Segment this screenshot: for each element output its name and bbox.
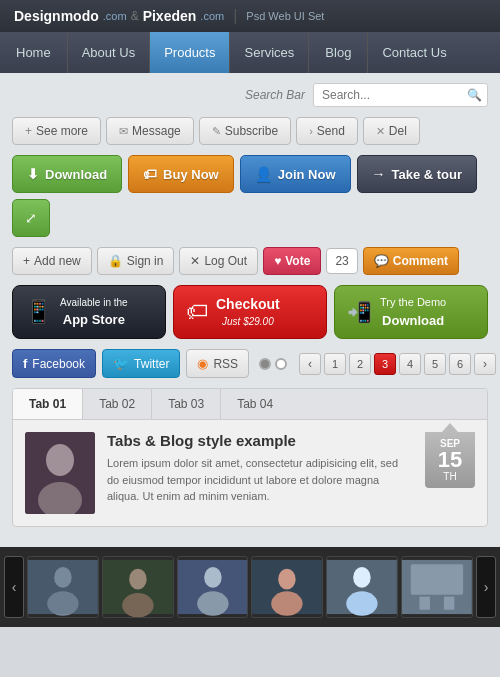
prev-page-button[interactable]: ‹ bbox=[299, 353, 321, 375]
thumbnail-strip: ‹ bbox=[0, 547, 500, 627]
search-input[interactable] bbox=[322, 88, 467, 102]
search-box[interactable]: 🔍 bbox=[313, 83, 488, 107]
svg-point-14 bbox=[279, 569, 296, 590]
thumb-2[interactable] bbox=[102, 556, 174, 618]
tab-1[interactable]: Tab 01 bbox=[13, 389, 83, 419]
log-out-button[interactable]: ✕ Log Out bbox=[179, 247, 258, 275]
radio-group bbox=[259, 358, 287, 370]
header: Designmodo .com & Pixeden .com | Psd Web… bbox=[0, 0, 500, 32]
join-icon: 👤 bbox=[255, 166, 272, 182]
thumb-3[interactable] bbox=[177, 556, 249, 618]
app-store-text: Available in theApp Store bbox=[60, 295, 128, 330]
subscribe-button[interactable]: ✎ Subscribe bbox=[199, 117, 291, 145]
radio-1[interactable] bbox=[259, 358, 271, 370]
thumb-6[interactable] bbox=[401, 556, 473, 618]
svg-rect-6 bbox=[28, 560, 98, 614]
svg-point-1 bbox=[46, 444, 74, 476]
svg-point-12 bbox=[197, 591, 228, 615]
tab-day: 15 bbox=[433, 449, 467, 471]
search-icon: 🔍 bbox=[467, 88, 482, 102]
page-5-button[interactable]: 5 bbox=[424, 353, 446, 375]
comment-button[interactable]: 💬 Comment bbox=[363, 247, 459, 275]
header-subtitle: Psd Web UI Set bbox=[246, 10, 324, 22]
tab-2[interactable]: Tab 02 bbox=[83, 389, 152, 419]
next-page-button[interactable]: › bbox=[474, 353, 496, 375]
nav-item-products[interactable]: Products bbox=[150, 32, 230, 73]
big-button-row: ⬇ Download 🏷 Buy Now 👤 Join Now → Take &… bbox=[12, 155, 488, 237]
nav-bar: Home About Us Products Services Blog Con… bbox=[0, 32, 500, 73]
facebook-icon: f bbox=[23, 356, 27, 371]
header-divider: | bbox=[233, 7, 237, 25]
download-button[interactable]: ⬇ Download bbox=[12, 155, 122, 193]
search-label: Search Bar bbox=[245, 88, 305, 102]
checkout-button[interactable]: 🏷 CheckoutJust $29.00 bbox=[173, 285, 327, 339]
take-tour-button[interactable]: → Take & tour bbox=[357, 155, 478, 193]
tab-4[interactable]: Tab 04 bbox=[221, 389, 289, 419]
thumb-next-button[interactable]: › bbox=[476, 556, 496, 618]
download-icon: ⬇ bbox=[27, 166, 39, 182]
vote-count: 23 bbox=[326, 248, 357, 274]
tab-content: Tabs & Blog style example Lorem ipsum do… bbox=[13, 420, 487, 526]
vote-button[interactable]: ♥ Vote bbox=[263, 247, 321, 275]
share-button[interactable]: ⤢ bbox=[12, 199, 50, 237]
page-6-button[interactable]: 6 bbox=[449, 353, 471, 375]
tab-date-balloon bbox=[442, 423, 458, 432]
svg-rect-20 bbox=[411, 564, 463, 595]
send-button[interactable]: › Send bbox=[296, 117, 358, 145]
nav-item-contact[interactable]: Contact Us bbox=[368, 32, 460, 73]
page-4-button[interactable]: 4 bbox=[399, 353, 421, 375]
thumb-1-img bbox=[28, 557, 98, 617]
radio-2[interactable] bbox=[275, 358, 287, 370]
thumb-prev-button[interactable]: ‹ bbox=[4, 556, 24, 618]
demo-download-button[interactable]: 📲 Try the DemoDownload bbox=[334, 285, 488, 339]
message-button[interactable]: ✉ Message bbox=[106, 117, 194, 145]
thumb-2-img bbox=[103, 557, 173, 617]
brand-and: & bbox=[131, 9, 139, 23]
nav-item-blog[interactable]: Blog bbox=[309, 32, 368, 73]
twitter-icon: 🐦 bbox=[113, 356, 129, 371]
add-new-button[interactable]: + Add new bbox=[12, 247, 92, 275]
page-3-button[interactable]: 3 bbox=[374, 353, 396, 375]
small-button-row: + See more ✉ Message ✎ Subscribe › Send … bbox=[12, 117, 488, 145]
facebook-button[interactable]: f Facebook bbox=[12, 349, 96, 378]
thumb-1[interactable] bbox=[27, 556, 99, 618]
tabs-section: Tab 01 Tab 02 Tab 03 Tab 04 Tabs & Blog … bbox=[12, 388, 488, 527]
svg-rect-22 bbox=[444, 597, 454, 610]
checkout-text: CheckoutJust $29.00 bbox=[216, 295, 280, 329]
search-row: Search Bar 🔍 bbox=[12, 83, 488, 107]
nav-item-services[interactable]: Services bbox=[230, 32, 309, 73]
page-1-button[interactable]: 1 bbox=[324, 353, 346, 375]
tab-text: Lorem ipsum dolor sit amet, consectetur … bbox=[107, 455, 413, 505]
thumb-3-img bbox=[178, 557, 248, 617]
svg-rect-21 bbox=[420, 597, 430, 610]
svg-point-15 bbox=[272, 591, 303, 615]
svg-point-17 bbox=[353, 567, 370, 588]
svg-point-9 bbox=[122, 593, 153, 617]
demo-icon: 📲 bbox=[347, 300, 372, 324]
nav-item-home[interactable]: Home bbox=[0, 32, 68, 73]
sign-in-button[interactable]: 🔒 Sign in bbox=[97, 247, 175, 275]
tab-body: Tabs & Blog style example Lorem ipsum do… bbox=[107, 432, 413, 505]
thumb-5[interactable] bbox=[326, 556, 398, 618]
twitter-button[interactable]: 🐦 Twitter bbox=[102, 349, 180, 378]
tab-3[interactable]: Tab 03 bbox=[152, 389, 221, 419]
social-row: f Facebook 🐦 Twitter ◉ RSS ‹ 1 2 3 4 5 6… bbox=[12, 349, 488, 378]
app-store-button[interactable]: 📱 Available in theApp Store bbox=[12, 285, 166, 339]
rss-button[interactable]: ◉ RSS bbox=[186, 349, 249, 378]
tab-image bbox=[25, 432, 95, 514]
store-row: 📱 Available in theApp Store 🏷 CheckoutJu… bbox=[12, 285, 488, 339]
join-now-button[interactable]: 👤 Join Now bbox=[240, 155, 351, 193]
thumb-6-img bbox=[402, 557, 472, 617]
demo-text: Try the DemoDownload bbox=[380, 294, 446, 330]
tab-suffix: TH bbox=[433, 471, 467, 482]
brand1: Designmodo bbox=[14, 8, 99, 24]
svg-point-11 bbox=[204, 567, 221, 588]
see-more-button[interactable]: + See more bbox=[12, 117, 101, 145]
buy-now-button[interactable]: 🏷 Buy Now bbox=[128, 155, 234, 193]
nav-item-about[interactable]: About Us bbox=[68, 32, 150, 73]
page-2-button[interactable]: 2 bbox=[349, 353, 371, 375]
brand2: Pixeden bbox=[143, 8, 197, 24]
del-button[interactable]: ✕ Del bbox=[363, 117, 420, 145]
thumb-5-img bbox=[327, 557, 397, 617]
thumb-4[interactable] bbox=[251, 556, 323, 618]
